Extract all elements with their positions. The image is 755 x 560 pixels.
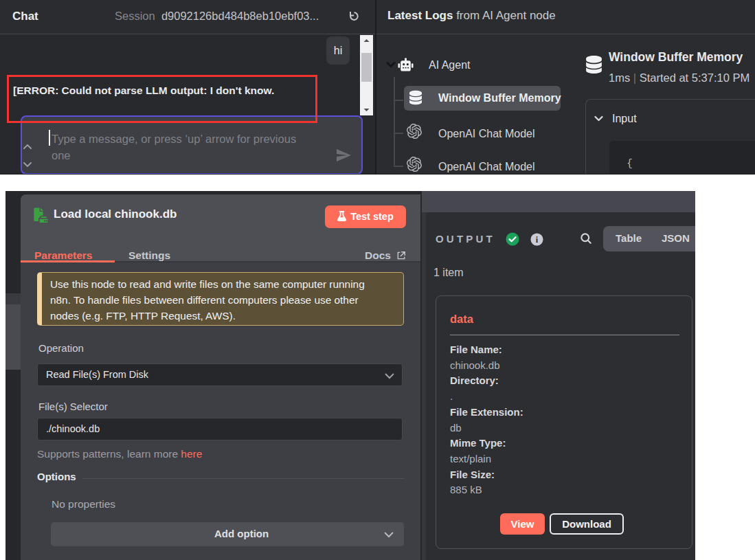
svg-text:i: i bbox=[536, 235, 539, 245]
